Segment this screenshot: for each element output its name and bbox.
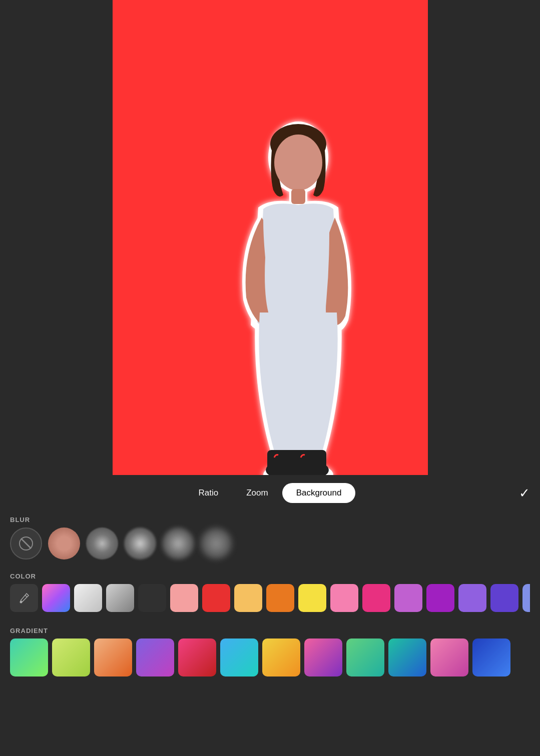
tab-row: Ratio Zoom Background ✓ [0,475,540,511]
color-yellow-light[interactable] [234,584,262,612]
gradient-navy-blue[interactable] [472,638,510,676]
image-frame [113,0,428,475]
color-purple[interactable] [426,584,454,612]
svg-line-13 [21,538,31,548]
blur-label: BLUR [0,511,540,528]
gradient-pink-light[interactable] [430,638,468,676]
blur-level-4[interactable] [200,528,232,560]
gradient-yellow-orange[interactable] [262,638,300,676]
gradient-pink-red[interactable] [178,638,216,676]
color-orange[interactable] [266,584,294,612]
gradient-swatches [10,638,530,678]
color-swatches [10,584,530,614]
color-gradient-multi[interactable] [42,584,70,612]
color-white[interactable] [74,584,102,612]
gradient-section: GRADIENT [0,622,540,686]
blur-none[interactable] [10,528,42,560]
color-dark[interactable] [138,584,166,612]
canvas-area [0,0,540,475]
gradient-label: GRADIENT [0,622,540,638]
gradient-peach-orange[interactable] [94,638,132,676]
person-figure [228,110,368,475]
color-pink-light[interactable] [170,584,198,612]
tab-zoom[interactable]: Zoom [232,483,282,503]
color-purple-light[interactable] [394,584,422,612]
confirm-button[interactable]: ✓ [519,486,530,501]
eyedropper-icon [18,592,31,604]
tab-bar: Ratio Zoom Background [185,475,356,511]
blur-level-2[interactable] [124,528,156,560]
blur-level-1[interactable] [86,528,118,560]
blur-options [10,528,530,560]
color-picker-button[interactable] [10,584,38,612]
blur-original[interactable] [48,528,80,560]
color-violet[interactable] [458,584,486,612]
gradient-teal-green[interactable] [10,638,48,676]
blur-section: BLUR [0,511,540,568]
svg-rect-11 [292,450,326,472]
gradient-green-teal[interactable] [346,638,384,676]
color-red[interactable] [202,584,230,612]
color-label: COLOR [0,568,540,584]
svg-point-6 [274,134,322,190]
gradient-pink-purple[interactable] [304,638,342,676]
svg-line-15 [25,595,27,597]
gradient-blue-purple[interactable] [136,638,174,676]
color-yellow[interactable] [298,584,326,612]
gradient-sky-teal[interactable] [220,638,258,676]
tab-ratio[interactable]: Ratio [185,483,233,503]
svg-point-14 [20,601,23,604]
color-section: COLOR [0,568,540,622]
svg-rect-7 [291,189,305,204]
color-blue-light[interactable] [522,584,530,612]
gradient-yellow-green[interactable] [52,638,90,676]
no-blur-icon [18,536,34,552]
color-pink[interactable] [330,584,358,612]
gradient-teal-blue[interactable] [388,638,426,676]
color-blue-violet[interactable] [490,584,518,612]
color-hot-pink[interactable] [362,584,390,612]
tab-background[interactable]: Background [282,483,356,503]
color-gray[interactable] [106,584,134,612]
blur-level-3[interactable] [162,528,194,560]
